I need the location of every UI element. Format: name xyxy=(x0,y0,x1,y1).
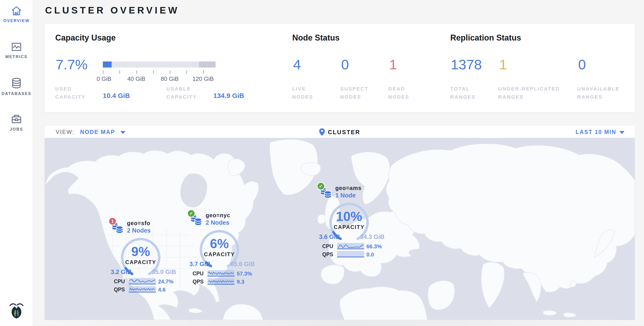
total-ranges-count: 1378 xyxy=(451,56,482,72)
capacity-bar: 0 GiB 40 GiB 80 GiB 120 GiB xyxy=(103,61,216,82)
cpu-label: CPU xyxy=(322,243,333,249)
used-capacity-label: USEDCAPACITY xyxy=(55,85,86,101)
home-icon xyxy=(0,5,33,16)
chevron-down-icon xyxy=(620,131,624,134)
qps-label: QPS xyxy=(192,279,204,285)
under-replicated-label: UNDER-REPLICATEDRANGES xyxy=(498,85,560,101)
cpu-sparkline xyxy=(337,243,364,250)
under-replicated-count: 1 xyxy=(499,56,507,72)
briefcase-icon xyxy=(0,114,33,125)
locality-ams[interactable]: ✓ geo=ams 1 Node 1 xyxy=(317,182,394,261)
sidebar-item-label: DATABASES xyxy=(0,91,33,96)
live-nodes-label: LIVENODES xyxy=(292,85,313,101)
capacity-percent: 6% xyxy=(198,236,241,251)
node-status-title: Node Status xyxy=(292,33,340,42)
breadcrumb-scope: CLUSTER xyxy=(319,128,360,136)
locality-node-count: 2 Nodes xyxy=(206,219,229,226)
capacity-percent: 10% xyxy=(328,209,370,224)
capacity-bar-other-segment xyxy=(199,61,216,68)
used-gib: 3.7 GiB xyxy=(190,261,210,268)
tick-label: 80 GiB xyxy=(161,75,179,82)
chevron-down-icon[interactable] xyxy=(120,131,125,134)
total-gib: 65.6 GiB xyxy=(230,261,255,268)
suspect-nodes-label: SUSPECTNODES xyxy=(340,85,368,101)
qps-sparkline xyxy=(129,286,156,293)
sidebar-item-label: METRICS xyxy=(0,54,33,59)
cpu-sparkline xyxy=(129,278,156,285)
locality-name: geo=sfo xyxy=(127,220,150,226)
sidebar-item-databases[interactable]: DATABASES xyxy=(0,77,33,104)
used-capacity-value: 10.4 GiB xyxy=(103,92,130,100)
replication-status-title: Replication Status xyxy=(450,33,521,42)
world-map: 1 geo=sfo 2 Nodes xyxy=(45,138,635,320)
capacity-used-percent: 7.7% xyxy=(56,56,88,72)
used-gib: 3.6 GiB xyxy=(319,233,340,240)
locality-sfo[interactable]: 1 geo=sfo 2 Nodes xyxy=(108,217,185,296)
cpu-value: 57.3% xyxy=(237,271,252,277)
dead-nodes-count: 1 xyxy=(389,56,397,72)
map-header: VIEW: NODE MAP CLUSTER LAST 10 MIN xyxy=(45,126,635,138)
locality-node-count: 1 Node xyxy=(335,192,356,199)
capacity-bar-ticks xyxy=(103,70,216,74)
view-label: VIEW: xyxy=(56,129,74,135)
node-map-panel: VIEW: NODE MAP CLUSTER LAST 10 MIN xyxy=(44,125,635,320)
qps-value: 4.6 xyxy=(158,287,166,293)
usable-capacity-value: 134.9 GiB xyxy=(213,92,244,100)
status-badge: 1 xyxy=(108,217,116,225)
summary-card: Capacity Usage 7.7% 0 GiB 40 GiB 80 GiB … xyxy=(44,23,635,113)
used-gib: 3.2 GiB xyxy=(111,269,132,276)
cpu-value: 24.7% xyxy=(158,279,174,285)
tick-label: 120 GiB xyxy=(192,75,214,82)
usable-capacity-label: USABLECAPACITY xyxy=(166,85,197,101)
total-ranges-label: TOTALRANGES xyxy=(450,85,476,101)
metrics-icon xyxy=(0,41,33,52)
live-nodes-count: 4 xyxy=(293,56,301,72)
capacity-percent: 9% xyxy=(119,244,162,259)
locality-name: geo=ams xyxy=(335,185,362,191)
qps-sparkline xyxy=(208,278,234,286)
locality-name: geo=nyc xyxy=(206,212,230,219)
qps-sparkline xyxy=(337,251,364,258)
sidebar-item-jobs[interactable]: JOBS xyxy=(0,114,33,141)
suspect-nodes-count: 0 xyxy=(341,56,349,72)
qps-label: QPS xyxy=(322,251,333,258)
location-pin-icon xyxy=(319,128,325,136)
cpu-label: CPU xyxy=(192,271,204,277)
capacity-usage-title: Capacity Usage xyxy=(55,33,116,42)
status-badge: ✓ xyxy=(317,182,325,190)
qps-label: QPS xyxy=(114,287,125,293)
locality-nyc[interactable]: ✓ geo=nyc 2 Nodes xyxy=(187,209,264,288)
dead-nodes-label: DEADNODES xyxy=(388,85,409,101)
qps-value: 0.0 xyxy=(366,251,374,258)
cockroachdb-logo[interactable] xyxy=(0,302,33,320)
capacity-word: CAPACITY xyxy=(119,259,162,265)
sidebar: OVERVIEW METRICS DATABASES xyxy=(0,0,33,326)
unavailable-ranges-label: UNAVAILABLERANGES xyxy=(577,85,620,101)
cpu-label: CPU xyxy=(114,279,125,285)
page-bottom-shadow xyxy=(44,320,635,326)
status-badge: ✓ xyxy=(187,209,195,217)
sidebar-item-metrics[interactable]: METRICS xyxy=(0,41,33,68)
sidebar-item-label: OVERVIEW xyxy=(0,18,33,23)
tick-label: 0 GiB xyxy=(96,75,111,82)
qps-value: 9.3 xyxy=(237,279,244,285)
sidebar-item-label: JOBS xyxy=(0,127,33,132)
time-range-selector[interactable]: LAST 10 MIN xyxy=(576,129,624,135)
capacity-word: CAPACITY xyxy=(198,251,241,258)
total-gib: 34.3 GiB xyxy=(360,233,384,240)
cpu-value: 66.3% xyxy=(366,243,382,250)
cpu-sparkline xyxy=(208,270,234,277)
capacity-bar-used-segment xyxy=(103,61,112,68)
locality-node-count: 2 Nodes xyxy=(127,227,151,234)
capacity-word: CAPACITY xyxy=(328,224,370,230)
tick-label: 40 GiB xyxy=(128,75,146,82)
total-gib: 35.0 GiB xyxy=(152,269,176,276)
view-selector[interactable]: NODE MAP xyxy=(80,129,115,135)
database-icon xyxy=(0,77,33,89)
page-title: CLUSTER OVERVIEW xyxy=(45,5,180,16)
sidebar-item-overview[interactable]: OVERVIEW xyxy=(0,5,33,32)
unavailable-ranges-count: 0 xyxy=(578,56,586,72)
